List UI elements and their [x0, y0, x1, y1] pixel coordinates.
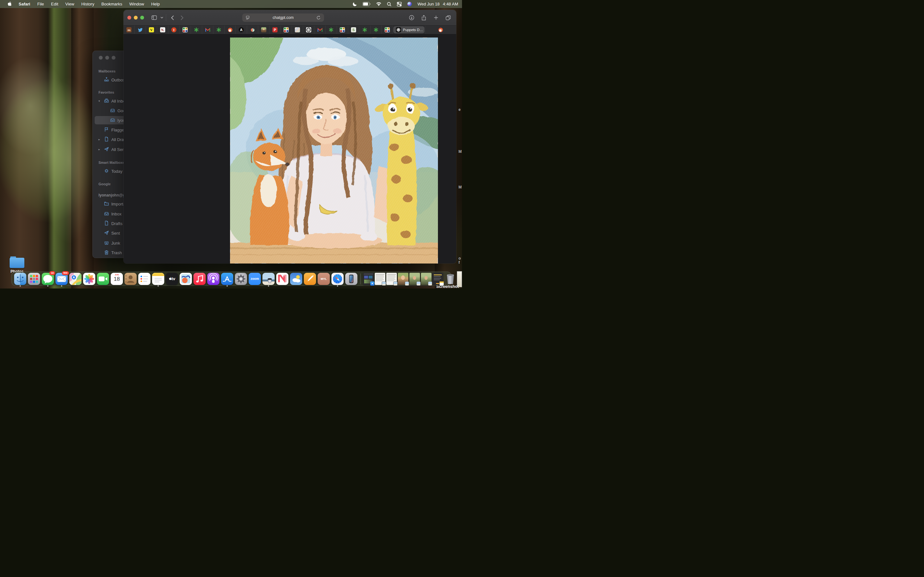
menu-item-bookmarks[interactable]: Bookmarks: [98, 2, 126, 6]
dock-settings-icon[interactable]: [234, 272, 247, 285]
menu-item-view[interactable]: View: [62, 2, 78, 6]
pinned-tab-vulture[interactable]: V: [146, 26, 157, 34]
active-tab[interactable]: Puppets D…: [393, 26, 425, 33]
dock-apple-tv-icon[interactable]: tv: [166, 272, 178, 285]
downloads-button[interactable]: [407, 13, 417, 22]
pinned-tab-peach[interactable]: [247, 26, 258, 34]
dock-weather-icon[interactable]: [290, 272, 302, 285]
dock-launchpad-icon[interactable]: [27, 272, 40, 285]
chevron-down-icon[interactable]: [159, 13, 165, 22]
share-button[interactable]: [419, 13, 429, 22]
dock-podcasts-icon[interactable]: [207, 272, 220, 285]
dock-mail-icon[interactable]: 500: [55, 272, 68, 285]
apple-menu[interactable]: [4, 2, 15, 6]
dock-photos-icon[interactable]: [83, 272, 95, 285]
siri-icon[interactable]: [407, 2, 412, 6]
tab-overview-button[interactable]: [443, 13, 453, 22]
pinned-tab-mastodon[interactable]: m: [124, 26, 135, 34]
dock-notes-icon[interactable]: [152, 272, 165, 285]
spotlight-search-icon[interactable]: [387, 2, 391, 6]
dock-myl-icon[interactable]: MYL: [317, 272, 330, 285]
favicon-asterisk: [362, 27, 367, 32]
minimized-window-browser-dark[interactable]: A: [363, 273, 374, 285]
dock-safari-icon[interactable]: [331, 272, 344, 285]
minimized-window-photo[interactable]: [421, 273, 431, 285]
menu-item-window[interactable]: Window: [126, 2, 148, 6]
pinned-tab-twitter[interactable]: [135, 26, 146, 34]
zoom-button[interactable]: [140, 16, 144, 19]
new-tab-button[interactable]: [431, 13, 441, 22]
pinned-tab-pinboard[interactable]: P: [270, 26, 281, 34]
pinned-tab-asterisk[interactable]: [213, 26, 225, 34]
pinned-tab-collage[interactable]: [382, 26, 393, 34]
dock-maps-icon[interactable]: [69, 272, 82, 285]
address-bar[interactable]: chatgpt.com: [242, 13, 324, 22]
dock-messages-icon[interactable]: 18: [41, 272, 54, 285]
pinned-tab-collage[interactable]: [281, 26, 292, 34]
chevron-right-icon[interactable]: ▸: [99, 148, 102, 151]
sidebar-toggle-icon[interactable]: [149, 13, 159, 22]
pinned-tab-a-badge[interactable]: A: [236, 26, 247, 34]
dock-facetime-icon[interactable]: [97, 272, 110, 285]
pinned-tab-asterisk[interactable]: [191, 26, 202, 34]
pinned-tab-asterisk[interactable]: [326, 26, 337, 34]
minimized-window-notes-window[interactable]: [433, 273, 443, 285]
dock-zoom-icon[interactable]: zoom: [248, 272, 261, 285]
dock-music-icon[interactable]: [193, 272, 206, 285]
pinned-tab-duckduckgo[interactable]: [225, 26, 236, 34]
dock-reminders-icon[interactable]: [138, 272, 151, 285]
pinned-tab-chatgpt[interactable]: [303, 26, 314, 34]
wifi-icon[interactable]: [376, 2, 381, 6]
dock-trash-icon[interactable]: [444, 272, 457, 285]
safari-traffic-lights[interactable]: [128, 16, 144, 19]
url-text: chatgpt.com: [250, 15, 316, 20]
chevron-down-icon[interactable]: ▾: [99, 99, 102, 103]
menu-item-history[interactable]: History: [78, 2, 97, 6]
reload-icon[interactable]: [316, 15, 321, 21]
forward-button[interactable]: [177, 13, 187, 22]
mail-item-label: Drafts: [111, 221, 123, 226]
pinned-tab-gmail[interactable]: [202, 26, 213, 34]
pinned-tab-instapaper[interactable]: I: [168, 26, 180, 34]
menu-app-name[interactable]: Safari: [15, 2, 34, 6]
page-settings-icon[interactable]: [245, 15, 250, 21]
pinned-tab-gmail[interactable]: [314, 26, 326, 34]
pinned-tab-nymag[interactable]: N.: [157, 26, 168, 34]
chevron-right-icon[interactable]: ▸: [99, 138, 102, 141]
pinned-tab-faded[interactable]: [292, 26, 303, 34]
menu-item-file[interactable]: File: [34, 2, 47, 6]
dock-preview-icon[interactable]: [262, 272, 275, 285]
dock-contacts-icon[interactable]: [124, 272, 137, 285]
dock-freeform-icon[interactable]: [179, 272, 192, 285]
focus-moon-icon[interactable]: [352, 2, 357, 6]
pinned-tab-asterisk[interactable]: [359, 26, 371, 34]
pinned-tab-cash[interactable]: S: [348, 26, 359, 34]
minimized-window-document[interactable]: [375, 273, 385, 285]
dock-calendar-icon[interactable]: JUN18: [110, 272, 123, 285]
photos-folder-desktop-icon[interactable]: Photos: [6, 256, 28, 274]
menu-item-edit[interactable]: Edit: [47, 2, 61, 6]
safari-window[interactable]: chatgpt.com mVN.IAPSPuppets D…: [124, 10, 456, 263]
pinned-tab-collage[interactable]: [337, 26, 348, 34]
mail-traffic-lights[interactable]: [99, 56, 115, 60]
pinned-tab-collage[interactable]: [180, 26, 191, 34]
dock-finder-icon[interactable]: [14, 272, 27, 285]
mail-item-label: Mailboxes: [99, 69, 115, 73]
minimized-window-document[interactable]: [386, 273, 397, 285]
back-button[interactable]: [168, 13, 177, 22]
dock-news-icon[interactable]: [276, 272, 289, 285]
minimized-window-portrait[interactable]: [398, 273, 409, 285]
battery-icon[interactable]: [363, 2, 371, 6]
dock-pages-icon[interactable]: [304, 272, 317, 285]
menu-item-help[interactable]: Help: [148, 2, 163, 6]
minimize-button[interactable]: [134, 16, 137, 19]
close-button[interactable]: [128, 16, 131, 19]
minimized-window-photo[interactable]: [409, 273, 420, 285]
dock-iphone-mirroring-icon[interactable]: [345, 272, 358, 285]
menu-bar-clock[interactable]: Wed Jun 18 4:48 AM: [417, 2, 458, 6]
pinned-tab-portrait[interactable]: [258, 26, 270, 34]
dock-app-store-icon[interactable]: [221, 272, 234, 285]
pinned-tab-duckduckgo-end[interactable]: [425, 26, 456, 34]
pinned-tab-asterisk[interactable]: [371, 26, 382, 34]
control-center-icon[interactable]: [397, 2, 402, 6]
